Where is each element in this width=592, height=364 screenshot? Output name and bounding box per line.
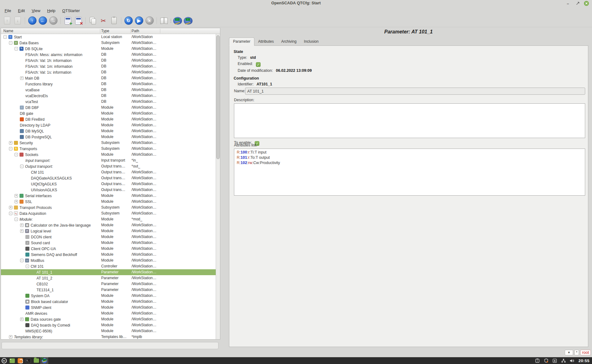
refresh-button[interactable]: ↻: [123, 16, 133, 26]
tree-row-cm-101[interactable]: CM 101Output trans…/WorkStation…: [1, 169, 216, 175]
expander-collapse-icon[interactable]: -: [20, 259, 24, 262]
start-periodic-update-button[interactable]: ▶: [134, 16, 144, 26]
paste-item-button[interactable]: [109, 16, 119, 26]
column-divider[interactable]: [100, 29, 100, 33]
status-dropdown-button[interactable]: ▼: [565, 350, 573, 355]
add-item-button[interactable]: +: [63, 16, 73, 26]
tree-row-uivisionaglks[interactable]: UIVisionAGLKSOutput trans…/WorkStation…: [1, 187, 216, 193]
column-header-path[interactable]: Path: [132, 29, 139, 33]
tree-row-fsarch-mess-alarms-information[interactable]: FSArch: Mess: alarms: informationDB/Work…: [1, 52, 216, 58]
tray-volume-icon[interactable]: [570, 358, 574, 363]
minimize-button[interactable]: –: [565, 1, 571, 6]
tree-row-daqgateaglksaglks[interactable]: DAQGateAGLKSAGLKSOutput trans…/WorkStati…: [1, 175, 216, 181]
tray-shield-icon[interactable]: [544, 358, 548, 363]
expander-expand-icon[interactable]: +: [9, 335, 12, 339]
menu-file[interactable]: File: [1, 7, 15, 14]
tree-row-amr-devices[interactable]: AMR devicesModule/WorkStation…: [1, 310, 216, 316]
up-level-button[interactable]: ↑: [27, 16, 37, 26]
copy-item-button[interactable]: [88, 16, 98, 26]
back-button[interactable]: ←: [38, 16, 48, 26]
taskbar-item-show-desktop[interactable]: [8, 357, 16, 364]
tree-row-module-[interactable]: -Module:Module*mod_: [1, 216, 216, 222]
attribute-list-item[interactable]: R:100:r:Ti:T input: [237, 150, 582, 155]
attribute-list-item[interactable]: R:101:r:To:T output: [237, 155, 582, 160]
tree-row-serial-interfaces[interactable]: +Serial interfacesModule/WorkStation…: [1, 193, 216, 199]
tree-row-system-da[interactable]: System DAModule/WorkStation…: [1, 293, 216, 299]
column-header-name[interactable]: Name: [3, 29, 13, 33]
expander-collapse-icon[interactable]: -: [3, 35, 7, 39]
forward-button[interactable]: →: [48, 16, 58, 26]
tree-row-transport-protocols[interactable]: +Transport ProtocolsSubsystem/WorkStatio…: [1, 205, 216, 210]
description-textarea[interactable]: [234, 103, 585, 138]
tree-scrollbar[interactable]: [216, 34, 220, 339]
tree-row-calculator-on-the-java-like-language[interactable]: +▦Calculator on the Java-like languageMo…: [1, 222, 216, 228]
expander-collapse-icon[interactable]: -: [26, 265, 29, 268]
tab-inclusion[interactable]: Inclusion: [300, 38, 322, 46]
menu-qtstarter[interactable]: QTStarter: [59, 7, 83, 14]
tree-scrollbar-thumb[interactable]: [216, 35, 220, 159]
tray-clipboard-icon[interactable]: !: [535, 358, 540, 363]
taskbar-item-mint-menu[interactable]: lm: [0, 357, 8, 364]
tree-row-db-firebird[interactable]: DB FireBirdModule/WorkStation…: [1, 116, 216, 122]
tree-row-main-db[interactable]: +Main DBDB/WorkStation…: [1, 75, 216, 81]
expander-collapse-icon[interactable]: -: [15, 153, 18, 156]
tree-row-block-based-calculator[interactable]: ▣Block based calculatorModule/WorkStatio…: [1, 299, 216, 305]
tree-row-te1314-1[interactable]: TE1314_1Parameter/WorkStation…: [1, 287, 216, 293]
stop-button[interactable]: ×: [145, 16, 154, 26]
current-user-badge[interactable]: root: [580, 350, 591, 355]
tree-row-input-transport-[interactable]: Input transport:Input transport*in_: [1, 158, 216, 163]
tree-row-modbus[interactable]: -↔ModBusModule/WorkStation…: [1, 258, 216, 263]
tree-row-data-sources-gate[interactable]: +Data sources gateModule/WorkStation…: [1, 316, 216, 322]
tree-row-db-dbf[interactable]: ↑DB DBFModule/WorkStation…: [1, 105, 216, 110]
tree-row-logical-level[interactable]: +#Logical levelModule/WorkStation…: [1, 228, 216, 234]
column-header-type[interactable]: Type: [101, 29, 109, 33]
taskbar-item-terminal[interactable]: $_: [24, 357, 32, 364]
tree-row-dcon-client[interactable]: DCON clientModule/WorkStation…: [1, 234, 216, 240]
expander-expand-icon[interactable]: +: [20, 223, 24, 227]
tree-row-transports[interactable]: -↯TransportsSubsystem/WorkStation…: [1, 146, 216, 152]
tab-parameter[interactable]: Parameter: [229, 37, 254, 46]
expander-expand-icon[interactable]: +: [15, 194, 18, 197]
tree-row-fsarch-val-1h-information[interactable]: FSArch: Val: 1h: informationDB/WorkStati…: [1, 58, 216, 63]
taskbar-item-files[interactable]: [32, 357, 40, 364]
tree-row-snmp-client[interactable]: SNMP clientModule/WorkStation…: [1, 305, 216, 310]
tree-row-start[interactable]: -≈StartLocal station/WorkStation: [1, 34, 216, 40]
tree-row-fsarch-val-1s-information[interactable]: FSArch: Val: 1s: informationDB/WorkStati…: [1, 69, 216, 75]
tree-row-cb102[interactable]: CB102Parameter/WorkStation…: [1, 281, 216, 287]
close-button[interactable]: ✕: [584, 1, 589, 6]
enabled-checkbox[interactable]: ✓: [256, 62, 261, 67]
menu-help[interactable]: Help: [44, 7, 59, 14]
tree-row-db-mysql[interactable]: DB MySQLModule/WorkStation…: [1, 128, 216, 134]
expander-collapse-icon[interactable]: -: [9, 41, 12, 45]
expander-collapse-icon[interactable]: -: [15, 47, 18, 50]
expander-collapse-icon[interactable]: -: [15, 218, 18, 221]
tree-row-uiqtcfgaglks[interactable]: UIQtCfgAGLKSOutput trans…/WorkStation…: [1, 181, 216, 187]
column-divider[interactable]: [130, 29, 131, 33]
tree-row-sound-card[interactable]: ♪Sound cardModule/WorkStation…: [1, 240, 216, 246]
tree-row-cm-101[interactable]: -CM 101Controller/WorkStation…: [1, 263, 216, 269]
tree-row-vcaelectroels[interactable]: vcaElectroElsDB/WorkStation…: [1, 93, 216, 99]
tree-row-client-opc-ua[interactable]: Client OPC-UAModule/WorkStation…: [1, 246, 216, 252]
tree-row-fsarch-val-1m-information[interactable]: FSArch: Val: 1m: informationDB/WorkStati…: [1, 63, 216, 69]
tree-row-daq-boards-by-comedi[interactable]: DAQ boards by ComediModule/WorkStation…: [1, 322, 216, 328]
column-divider[interactable]: [160, 29, 160, 33]
tab-attributes[interactable]: Attributes: [254, 38, 278, 46]
restore-button[interactable]: [575, 1, 581, 6]
menu-edit[interactable]: Edit: [15, 7, 28, 14]
tree-row-output-transport-[interactable]: -Output transport:Output trans…*out_: [1, 163, 216, 169]
tree-row-vcatest[interactable]: vcaTestDB/WorkStation…: [1, 99, 216, 105]
tree-row-data-bases[interactable]: -≡Data BasesSubsystem/WorkStation…: [1, 40, 216, 46]
taskbar-item-firefox[interactable]: [16, 357, 24, 364]
tree-row-db-postgresql[interactable]: DB PostgreSQLModule/WorkStation…: [1, 134, 216, 140]
load-from-db-button[interactable]: ↑: [2, 16, 12, 26]
tree-row-db-gate[interactable]: DB gateModule/WorkStation…: [1, 110, 216, 116]
tree-row-mms-iec-9506-[interactable]: MMS(IEC-9506)Module/WorkStation…: [1, 328, 216, 334]
expander-expand-icon[interactable]: +: [9, 141, 12, 145]
tree-row-at-101-2[interactable]: AT 101_2Parameter/WorkStation…: [1, 275, 216, 281]
tree-row-data-acquisition[interactable]: -∿Data AcquisitionSubsystem/WorkStation…: [1, 210, 216, 216]
expander-collapse-icon[interactable]: -: [20, 165, 24, 168]
expander-collapse-icon[interactable]: -: [9, 212, 12, 215]
expander-expand-icon[interactable]: +: [20, 318, 24, 321]
save-to-db-button[interactable]: ↓: [13, 16, 23, 26]
tray-network-icon[interactable]: [561, 358, 566, 363]
